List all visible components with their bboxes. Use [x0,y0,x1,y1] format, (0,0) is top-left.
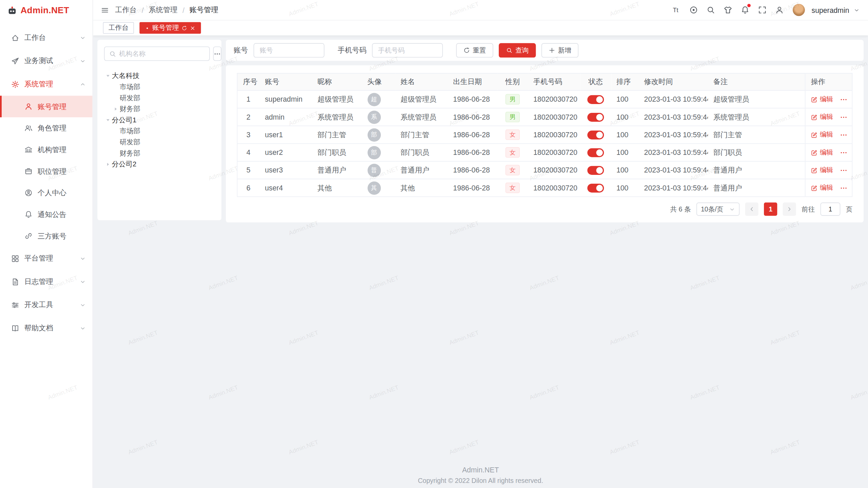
brand-name: Admin.NET [20,5,69,15]
cell-index: 6 [237,179,259,197]
brand[interactable]: Admin.NET [0,0,93,20]
sidebar-item[interactable]: 平台管理 [0,247,93,270]
table-row: 5user3普通用户普普通用户1986-06-28女18020030720100… [237,161,852,179]
theme-button[interactable] [721,3,735,17]
phone-label: 手机号码 [338,45,367,55]
cell-name: 超级管理员 [395,90,448,108]
status-toggle[interactable] [587,148,604,157]
status-toggle[interactable] [587,95,604,104]
tree-node[interactable]: 大名科技 [104,70,215,81]
user-button[interactable] [772,3,787,17]
more-icon [840,131,848,139]
row-more-button[interactable] [840,131,848,139]
column-header: 手机号码 [528,73,580,90]
tab[interactable]: 账号管理 [139,22,201,34]
app-root: Admin.NET 工作台业务测试系统管理账号管理角色管理机构管理职位管理个人中… [0,0,868,488]
row-more-button[interactable] [840,184,848,192]
breadcrumb-item[interactable]: 账号管理 [190,5,218,15]
phone-input[interactable] [372,43,443,57]
edit-button[interactable]: 编辑 [811,112,833,122]
grid-icon [11,254,19,262]
next-page-button[interactable] [783,203,796,216]
table-card: 序号账号昵称头像姓名出生日期性别手机号码状态排序修改时间备注操作 1supera… [226,65,864,223]
status-toggle[interactable] [587,184,604,192]
tree-node-label: 研发部 [120,138,140,147]
menu-collapse-button[interactable] [98,3,111,17]
sidebar-subitem[interactable]: 个人中心 [0,182,93,204]
cell-sort: 100 [611,144,639,161]
right-column: 账号 手机号码 重置 查询 新增 [226,40,864,223]
page-size-select[interactable]: 10条/页 [696,203,739,216]
avatar[interactable] [793,4,805,16]
row-more-button[interactable] [840,166,848,174]
tree-node[interactable]: 财务部 [104,103,215,115]
sidebar-subitem[interactable]: 账号管理 [0,96,93,117]
sidebar-item[interactable]: 开发工具 [0,293,93,317]
org-more-button[interactable] [213,46,221,61]
sidebar-subitem[interactable]: 角色管理 [0,117,93,139]
org-panel: 大名科技市场部研发部财务部分公司1市场部研发部财务部分公司2 [97,40,221,220]
sidebar-menu: 工作台业务测试系统管理账号管理角色管理机构管理职位管理个人中心通知公告三方账号平… [0,20,93,340]
username[interactable]: superadmin [812,6,849,14]
column-header: 操作 [805,73,852,90]
add-button[interactable]: 新增 [541,43,578,57]
edit-button[interactable]: 编辑 [811,165,833,175]
breadcrumb-item[interactable]: 系统管理 [149,5,178,15]
edit-button[interactable]: 编辑 [811,130,833,140]
sidebar-item[interactable]: 日志管理 [0,270,93,293]
search-button[interactable]: 查询 [499,43,536,57]
chevron-down-icon[interactable] [854,7,860,13]
tree-node[interactable]: 市场部 [104,126,215,137]
tree-node[interactable]: 市场部 [104,81,215,93]
refresh-icon [182,25,187,30]
tree-node[interactable]: 财务部 [104,148,215,159]
sidebar-subitem[interactable]: 职位管理 [0,160,93,182]
org-search-input[interactable] [119,50,205,58]
tree-node[interactable]: 研发部 [104,137,215,148]
prev-page-button[interactable] [745,203,758,216]
building-icon [24,145,33,154]
edit-button[interactable]: 编辑 [811,148,833,157]
globe-button[interactable] [687,3,701,17]
tree-node[interactable]: 分公司1 [104,115,215,126]
tree-caret[interactable] [104,72,112,80]
tree-node[interactable]: 分公司2 [104,159,215,170]
tree-node[interactable]: 研发部 [104,93,215,104]
sidebar-item[interactable]: 系统管理 [0,73,93,96]
sidebar-item[interactable]: 帮助文档 [0,317,93,340]
sidebar-item[interactable]: 业务测试 [0,49,93,73]
goto-page-input[interactable] [821,203,841,216]
tab[interactable]: 工作台 [103,22,134,34]
row-more-button[interactable] [840,96,848,103]
reset-button[interactable]: 重置 [456,43,493,57]
tree-caret[interactable] [112,105,120,113]
bell-button[interactable] [738,3,752,17]
status-toggle[interactable] [587,166,604,175]
search-button[interactable] [704,3,718,17]
sidebar-subitem[interactable]: 机构管理 [0,139,93,161]
sidebar-item[interactable]: 工作台 [0,26,93,49]
cell-avatar: 普 [362,161,395,179]
page-number-button[interactable]: 1 [764,203,777,216]
tree-caret[interactable] [104,160,112,168]
column-header: 账号 [259,73,312,90]
status-toggle[interactable] [587,130,604,139]
sidebar-subitem[interactable]: 三方账号 [0,225,93,247]
breadcrumb-item[interactable]: 工作台 [115,5,137,15]
file-icon [11,278,19,286]
status-toggle[interactable] [587,113,604,122]
font-size-button[interactable]: Tt [669,3,684,17]
row-more-button[interactable] [840,148,848,156]
edit-button[interactable]: 编辑 [811,95,833,104]
cell-birth: 1986-06-28 [448,179,497,197]
row-avatar: 系 [367,110,380,124]
edit-button[interactable]: 编辑 [811,183,833,192]
sidebar-subitem[interactable]: 通知公告 [0,204,93,225]
cell-name: 普通用户 [395,161,448,179]
tree-caret[interactable] [104,116,112,124]
cell-account: superadmin [259,90,312,108]
edit-icon [811,96,818,103]
fullscreen-button[interactable] [755,3,769,17]
row-more-button[interactable] [840,113,848,121]
account-input[interactable] [254,43,324,57]
